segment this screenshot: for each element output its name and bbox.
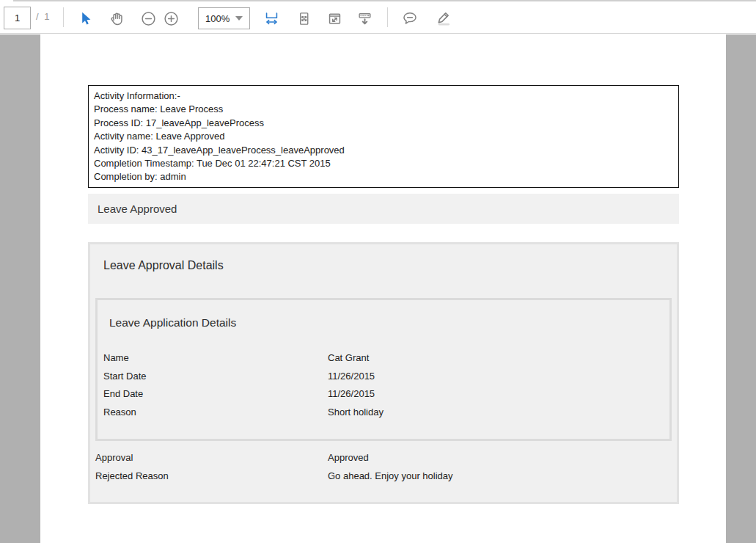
highlighter-icon (435, 10, 451, 26)
page-number-input[interactable] (4, 7, 31, 29)
expand-window-icon (327, 11, 342, 26)
section-header-leave-approved: Leave Approved (88, 194, 679, 224)
panel-title: Leave Application Details (109, 316, 236, 329)
cursor-arrow-icon (78, 11, 92, 26)
section-header-text: Leave Approved (88, 203, 177, 215)
chrome-top-edge (13, 0, 756, 1)
activity-info-box: Activity Information:- Process name: Lea… (88, 85, 679, 188)
detail-label: Name (103, 352, 328, 363)
application-detail-rows: Name Cat Grant Start Date 11/26/2015 End… (103, 349, 664, 421)
zoom-out-button[interactable] (136, 7, 160, 30)
dock-toolbar-icon (357, 11, 373, 26)
activity-info-line: Completion Timestamp: Tue Dec 01 22:47:2… (94, 157, 673, 170)
zoom-level-dropdown[interactable]: 100% (198, 7, 250, 29)
chevron-down-icon (235, 16, 243, 21)
activity-info-line: Activity Information:- (94, 90, 673, 103)
zoom-in-icon (164, 11, 179, 26)
fullscreen-button[interactable] (323, 7, 346, 30)
approval-detail-rows: Approval Approved Rejected Reason Go ahe… (95, 448, 671, 484)
detail-value: Go ahead. Enjoy your holiday (328, 470, 671, 481)
fit-page-icon (296, 11, 312, 26)
detail-label: Rejected Reason (95, 470, 328, 481)
detail-label: Approval (95, 452, 328, 463)
detail-row: End Date 11/26/2015 (103, 385, 664, 403)
toolbar-separator (387, 7, 388, 27)
detail-label: End Date (103, 388, 328, 399)
detail-row: Name Cat Grant (103, 349, 664, 367)
detail-row: Rejected Reason Go ahead. Enjoy your hol… (95, 467, 671, 485)
activity-info-line: Completion by: admin (94, 170, 673, 183)
detail-label: Reason (103, 407, 328, 418)
leave-approval-details-panel: Leave Approval Details Leave Application… (88, 242, 679, 504)
detail-label: Start Date (103, 371, 328, 382)
hand-icon (109, 11, 124, 26)
zoom-in-button[interactable] (159, 7, 183, 30)
zoom-level-value: 100% (199, 13, 235, 24)
pan-tool-button[interactable] (104, 7, 128, 30)
leave-application-details-panel: Leave Application Details Name Cat Grant… (95, 298, 672, 441)
panel-title: Leave Approval Details (103, 259, 224, 272)
activity-info-line: Process name: Leave Process (94, 103, 673, 116)
detail-row: Reason Short holiday (103, 403, 664, 421)
detail-value: 11/26/2015 (328, 388, 664, 399)
comment-bubble-icon (402, 10, 418, 26)
toolbar-separator (63, 7, 64, 27)
activity-info-line: Activity ID: 43_17_leaveApp_leaveProcess… (94, 144, 673, 157)
activity-info-line: Activity name: Leave Approved (94, 130, 673, 143)
fit-width-icon (264, 11, 279, 26)
dock-toolbar-button[interactable] (353, 7, 376, 30)
pdf-viewer-area: Activity Information:- Process name: Lea… (0, 34, 756, 543)
detail-value: 11/26/2015 (328, 371, 664, 382)
highlight-button[interactable] (431, 7, 455, 30)
fit-width-button[interactable] (260, 7, 283, 30)
document-page: Activity Information:- Process name: Lea… (40, 34, 726, 543)
zoom-out-icon (141, 11, 156, 26)
detail-row: Approval Approved (95, 448, 671, 467)
detail-value: Cat Grant (328, 352, 664, 363)
detail-row: Start Date 11/26/2015 (103, 367, 664, 385)
activity-info-line: Process ID: 17_leaveApp_leaveProcess (94, 117, 673, 130)
comments-button[interactable] (398, 7, 422, 30)
page-count-label: / 1 (36, 0, 51, 34)
pdf-toolbar: / 1 100% (0, 0, 756, 34)
select-tool-button[interactable] (73, 7, 97, 30)
detail-value: Approved (328, 452, 671, 463)
detail-value: Short holiday (328, 407, 664, 418)
fit-page-button[interactable] (292, 7, 315, 30)
